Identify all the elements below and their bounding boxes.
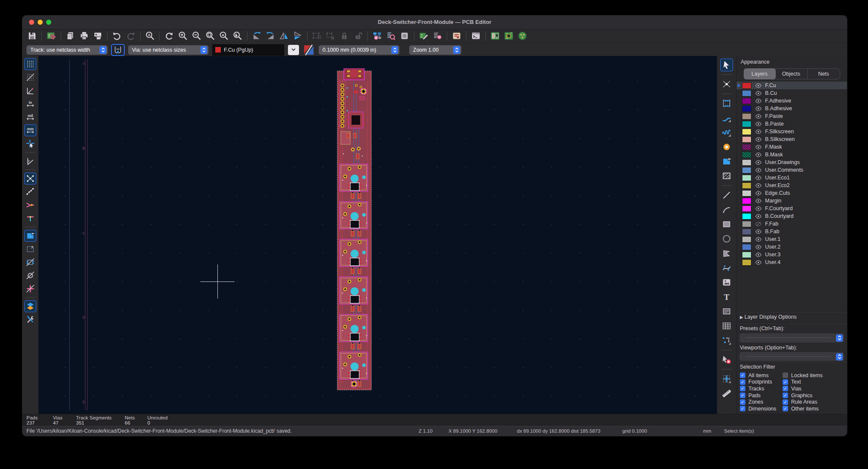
flip-vertical-button[interactable] bbox=[291, 30, 304, 42]
layer-visibility-eye-icon[interactable] bbox=[755, 229, 762, 234]
inactive-layer-dim-toggle[interactable] bbox=[24, 300, 36, 312]
filter-locked-items[interactable]: Locked items bbox=[783, 372, 847, 379]
layer-visibility-eye-icon[interactable] bbox=[755, 206, 762, 211]
checkbox[interactable]: ✓ bbox=[740, 406, 745, 411]
checkbox[interactable]: ✓ bbox=[740, 393, 745, 398]
filter-dimensions[interactable]: ✓Dimensions bbox=[740, 405, 783, 412]
layer-color-swatch[interactable] bbox=[742, 98, 751, 104]
presets-dropdown[interactable] bbox=[739, 333, 845, 343]
layer-color-swatch[interactable] bbox=[742, 221, 751, 227]
layer-color-swatch[interactable] bbox=[742, 229, 751, 235]
checkbox[interactable]: ✓ bbox=[783, 399, 788, 405]
unlock-button[interactable] bbox=[352, 30, 364, 42]
tab-layers[interactable]: Layers bbox=[744, 68, 776, 79]
add-zone-tool[interactable] bbox=[720, 155, 733, 168]
tab-nets[interactable]: Nets bbox=[808, 69, 840, 79]
grid-override-toggle[interactable] bbox=[24, 71, 36, 83]
layer-display-options-header[interactable]: ▶Layer Display Options bbox=[740, 314, 797, 320]
filter-other-items[interactable]: ✓Other items bbox=[783, 405, 847, 412]
close-button[interactable] bbox=[29, 20, 34, 25]
layer-color-swatch[interactable] bbox=[742, 90, 751, 97]
filter-vias[interactable]: ✓Vias bbox=[783, 385, 847, 392]
search-footprints-button[interactable] bbox=[384, 30, 397, 42]
checkbox[interactable]: ✓ bbox=[783, 393, 788, 398]
layer-visibility-eye-icon[interactable] bbox=[755, 260, 762, 265]
checkbox[interactable]: ✓ bbox=[740, 399, 745, 405]
rotate-cw-button[interactable] bbox=[264, 30, 277, 42]
layer-dropdown-button[interactable] bbox=[288, 45, 299, 55]
layer-row-user-comments[interactable]: User.Comments bbox=[736, 166, 847, 174]
layer-visibility-eye-icon[interactable] bbox=[755, 83, 762, 88]
layer-color-swatch[interactable] bbox=[742, 175, 751, 181]
units-inches-button[interactable]: in bbox=[24, 98, 36, 110]
layer-row-f-silkscreen[interactable]: F.Silkscreen bbox=[736, 128, 847, 135]
checkbox[interactable] bbox=[783, 372, 788, 378]
find-button[interactable]: A bbox=[144, 30, 156, 42]
plugin-button[interactable] bbox=[450, 30, 463, 42]
plot-button[interactable] bbox=[91, 30, 104, 42]
layer-color-swatch[interactable] bbox=[742, 236, 751, 243]
undo-button[interactable] bbox=[111, 30, 123, 42]
layer-row-user-eco1[interactable]: User.Eco1 bbox=[736, 174, 847, 182]
layer-row-user-3[interactable]: User.3 bbox=[736, 251, 847, 258]
layer-row-b-silkscreen[interactable]: B.Silkscreen bbox=[736, 135, 847, 143]
refresh-button[interactable] bbox=[163, 30, 176, 42]
layer-row-b-cu[interactable]: B.Cu bbox=[736, 89, 847, 97]
minimize-button[interactable] bbox=[38, 20, 43, 25]
layer-row-f-fab[interactable]: F.Fab bbox=[736, 220, 847, 228]
ungroup-button[interactable] bbox=[324, 30, 337, 42]
track-width-selector[interactable]: Track: use netclass width bbox=[26, 45, 108, 55]
add-arc-tool[interactable] bbox=[720, 203, 733, 216]
layer-color-swatch[interactable] bbox=[742, 182, 751, 189]
viewports-dropdown[interactable] bbox=[739, 352, 845, 362]
filter-rule-areas[interactable]: ✓Rule Areas bbox=[783, 399, 847, 405]
add-circle-tool[interactable] bbox=[720, 232, 733, 245]
add-textbox-tool[interactable] bbox=[720, 305, 733, 318]
via-size-selector[interactable]: Via: use netclass sizes bbox=[128, 45, 208, 55]
delete-tool[interactable] bbox=[720, 353, 733, 366]
net-highlight-toggle[interactable] bbox=[24, 199, 36, 211]
checkbox[interactable]: ✓ bbox=[783, 386, 788, 391]
add-text-tool[interactable]: T bbox=[720, 290, 733, 303]
layer-row-b-courtyard[interactable]: B.Courtyard bbox=[736, 212, 847, 220]
layer-visibility-eye-icon[interactable] bbox=[755, 122, 762, 126]
add-dimension-tool[interactable] bbox=[720, 334, 733, 347]
zoom-fit-page-button[interactable] bbox=[204, 30, 217, 42]
board-setup-button[interactable] bbox=[45, 30, 58, 42]
layer-color-swatch[interactable] bbox=[742, 167, 751, 173]
layer-row-user-2[interactable]: User.2 bbox=[736, 243, 847, 251]
layer-color-swatch[interactable] bbox=[742, 144, 751, 150]
checkbox[interactable]: ✓ bbox=[740, 386, 745, 391]
route-tracks-tool[interactable] bbox=[720, 111, 733, 124]
page-settings-button[interactable] bbox=[64, 30, 77, 42]
layer-color-swatch[interactable] bbox=[742, 259, 751, 266]
layer-row-b-mask[interactable]: B.Mask bbox=[736, 151, 847, 158]
layer-row-margin[interactable]: Margin bbox=[736, 197, 847, 205]
zoom-in-button[interactable] bbox=[176, 30, 189, 42]
layer-visibility-eye-icon[interactable] bbox=[755, 129, 762, 134]
3d-viewer-button[interactable] bbox=[516, 30, 529, 42]
layer-visibility-eye-icon[interactable] bbox=[755, 137, 762, 142]
layer-visibility-eye-icon[interactable] bbox=[755, 152, 762, 157]
layer-color-swatch[interactable] bbox=[742, 152, 751, 158]
filter-zones[interactable]: ✓Zones bbox=[740, 399, 783, 405]
update-pcb-from-schematic-button[interactable] bbox=[489, 30, 501, 42]
edit-board-characteristics-button[interactable] bbox=[417, 30, 430, 42]
checkbox[interactable]: ✓ bbox=[740, 372, 745, 378]
layer-visibility-eye-icon[interactable] bbox=[755, 114, 762, 119]
add-rectangle-tool[interactable] bbox=[720, 218, 733, 231]
local-ratsnest-tool[interactable] bbox=[720, 97, 733, 110]
tune-length-tool[interactable] bbox=[720, 126, 733, 139]
layer-color-swatch[interactable] bbox=[742, 252, 751, 258]
layer-pair-indicator[interactable] bbox=[303, 44, 315, 56]
filter-pads[interactable]: ✓Pads bbox=[740, 392, 783, 399]
layer-color-swatch[interactable] bbox=[742, 82, 751, 89]
ratsnest-visibility-toggle[interactable] bbox=[24, 173, 36, 185]
layer-row-user-1[interactable]: User.1 bbox=[736, 235, 847, 243]
filter-footprints[interactable]: ✓Footprints bbox=[740, 379, 783, 386]
grid-origin-tool[interactable] bbox=[720, 372, 733, 385]
layer-visibility-eye-icon[interactable] bbox=[755, 145, 762, 149]
layer-visibility-eye-icon[interactable] bbox=[755, 106, 762, 111]
layer-visibility-eye-icon[interactable] bbox=[755, 222, 762, 226]
filter-text[interactable]: ✓Text bbox=[783, 379, 847, 386]
